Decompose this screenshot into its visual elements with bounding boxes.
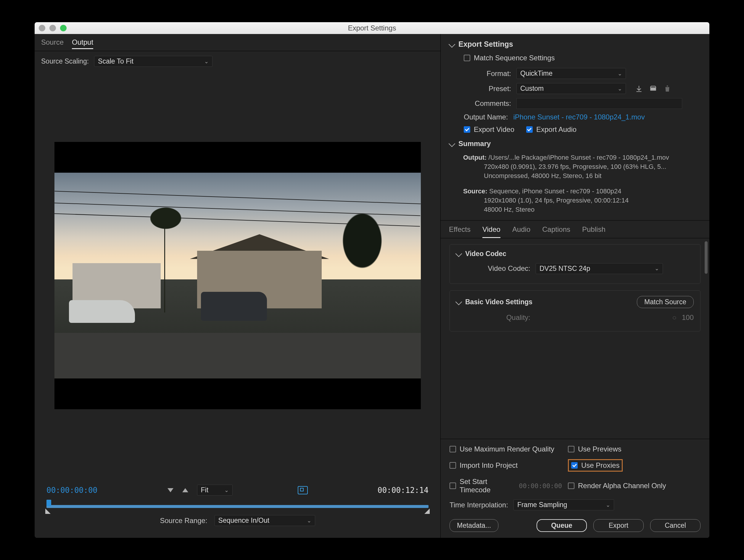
quality-value: 100 — [682, 313, 694, 322]
chevron-down-icon[interactable] — [449, 41, 455, 48]
tab-effects[interactable]: Effects — [449, 225, 471, 238]
export-button[interactable]: Export — [593, 519, 644, 532]
render-alpha-label: Render Alpha Channel Only — [578, 482, 666, 490]
in-point-handle[interactable] — [45, 509, 50, 514]
chevron-down-icon: ⌄ — [606, 502, 610, 508]
tab-audio[interactable]: Audio — [512, 225, 530, 238]
basic-video-heading: Basic Video Settings — [465, 298, 532, 306]
source-range-label: Source Range: — [160, 517, 207, 525]
summary-source-label: Source: — [463, 188, 487, 195]
chevron-down-icon[interactable] — [449, 141, 455, 147]
export-settings-window: Export Settings Source Output Source Sca… — [35, 22, 709, 538]
match-sequence-checkbox[interactable] — [464, 55, 470, 61]
max-render-checkbox[interactable] — [450, 446, 456, 452]
time-interp-label: Time Interpolation: — [450, 501, 508, 509]
start-tc-value: 00:00:00:00 — [519, 482, 562, 490]
output-name-label: Output Name: — [464, 113, 508, 121]
match-source-button[interactable]: Match Source — [637, 296, 694, 308]
queue-button[interactable]: Queue — [536, 519, 587, 532]
source-scaling-label: Source Scaling: — [41, 57, 89, 65]
zoom-value: Fit — [201, 486, 209, 494]
use-previews-checkbox[interactable] — [568, 446, 574, 452]
chevron-down-icon: ⌄ — [618, 70, 622, 77]
summary-src2: 1920x1080 (1.0), 24 fps, Progressive, 00… — [484, 196, 701, 205]
save-preset-icon[interactable] — [635, 85, 643, 92]
export-video-checkbox[interactable] — [464, 126, 470, 133]
import-preset-icon[interactable] — [649, 85, 657, 92]
time-interp-value: Frame Sampling — [517, 501, 567, 509]
format-label: Format: — [464, 70, 511, 78]
export-audio-checkbox[interactable] — [526, 126, 533, 133]
preview-frame — [54, 142, 421, 409]
tab-video[interactable]: Video — [482, 225, 500, 238]
end-timecode: 00:00:12:14 — [378, 486, 429, 495]
mark-in-icon[interactable] — [168, 488, 174, 492]
window-title: Export Settings — [35, 24, 709, 32]
titlebar: Export Settings — [35, 22, 709, 34]
source-scaling-select[interactable]: Scale To Fit ⌄ — [94, 56, 213, 67]
preview-tabs: Source Output — [41, 38, 434, 49]
max-render-label: Use Maximum Render Quality — [459, 445, 554, 453]
settings-tabs: Effects Video Audio Captions Publish — [441, 221, 709, 238]
export-audio-label: Export Audio — [536, 125, 576, 134]
tab-publish[interactable]: Publish — [582, 225, 605, 238]
comments-label: Comments: — [464, 99, 511, 108]
use-proxies-label: Use Proxies — [581, 461, 620, 470]
preview-image — [54, 173, 421, 378]
chevron-down-icon: ⌄ — [655, 265, 659, 272]
timeline[interactable] — [46, 500, 429, 512]
chevron-down-icon: ⌄ — [618, 85, 622, 92]
current-timecode[interactable]: 00:00:00:00 — [46, 486, 97, 495]
set-start-tc-label: Set Start Timecode — [459, 478, 513, 494]
summary-heading: Summary — [458, 139, 491, 148]
summary-out3: Uncompressed, 48000 Hz, Stereo, 16 bit — [484, 171, 701, 181]
preset-label: Preset: — [464, 85, 511, 93]
tab-output[interactable]: Output — [72, 38, 93, 49]
playhead[interactable] — [46, 500, 51, 506]
video-codec-label: Video Codec: — [483, 264, 530, 273]
summary-output-label: Output: — [463, 154, 487, 161]
output-name-link[interactable]: iPhone Sunset - rec709 - 1080p24_1.mov — [513, 113, 644, 121]
chevron-down-icon: ⌄ — [204, 58, 209, 65]
trash-icon[interactable] — [663, 85, 671, 92]
use-previews-label: Use Previews — [578, 445, 622, 453]
tab-captions[interactable]: Captions — [542, 225, 570, 238]
match-sequence-label: Match Sequence Settings — [474, 54, 555, 62]
quality-label: Quality: — [483, 313, 530, 322]
time-interp-select[interactable]: Frame Sampling ⌄ — [514, 499, 614, 510]
video-codec-heading: Video Codec — [465, 250, 506, 258]
source-range-value: Sequence In/Out — [218, 517, 270, 524]
metadata-button[interactable]: Metadata... — [450, 519, 498, 532]
chevron-down-icon[interactable] — [455, 298, 462, 306]
svg-rect-0 — [650, 87, 656, 90]
import-project-label: Import Into Project — [459, 461, 518, 470]
render-alpha-checkbox[interactable] — [568, 483, 574, 489]
scrollbar-thumb[interactable] — [705, 241, 708, 274]
format-select[interactable]: QuickTime ⌄ — [516, 68, 626, 79]
mark-out-icon[interactable] — [182, 488, 188, 492]
import-project-checkbox[interactable] — [450, 462, 456, 469]
summary-out1: /Users/...le Package/iPhone Sunset - rec… — [489, 154, 669, 161]
use-proxies-highlight: Use Proxies — [568, 459, 623, 472]
summary-out2: 720x480 (0.9091), 23.976 fps, Progressiv… — [484, 162, 701, 171]
preset-value: Custom — [520, 85, 544, 92]
video-codec-value: DV25 NTSC 24p — [540, 265, 590, 273]
export-settings-heading: Export Settings — [458, 40, 513, 48]
chevron-down-icon: ⌄ — [224, 487, 229, 493]
summary-src3: 48000 Hz, Stereo — [484, 205, 701, 214]
out-point-handle[interactable] — [424, 509, 430, 514]
comments-input[interactable] — [516, 98, 682, 109]
export-video-label: Export Video — [474, 125, 514, 134]
summary-src1: Sequence, iPhone Sunset - rec709 - 1080p… — [489, 188, 621, 195]
preset-select[interactable]: Custom ⌄ — [516, 83, 626, 94]
use-proxies-checkbox[interactable] — [571, 462, 578, 469]
tab-source[interactable]: Source — [41, 38, 64, 49]
cancel-button[interactable]: Cancel — [650, 519, 701, 532]
aspect-ratio-icon[interactable] — [298, 486, 308, 494]
chevron-down-icon[interactable] — [455, 250, 462, 257]
set-start-tc-checkbox[interactable] — [450, 483, 456, 489]
chevron-down-icon: ⌄ — [307, 517, 311, 524]
source-range-select[interactable]: Sequence In/Out ⌄ — [215, 515, 315, 526]
video-codec-select[interactable]: DV25 NTSC 24p ⌄ — [536, 263, 663, 274]
zoom-select[interactable]: Fit ⌄ — [197, 485, 233, 495]
